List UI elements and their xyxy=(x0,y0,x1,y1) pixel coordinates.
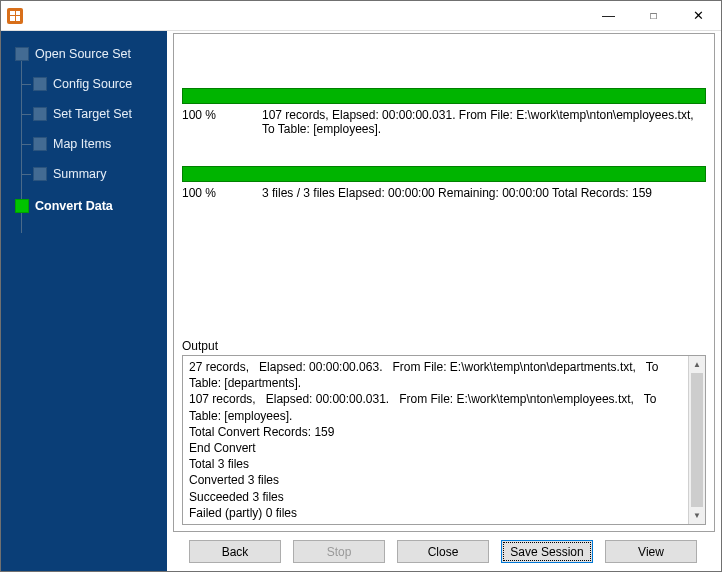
sidebar-item-open-source-set[interactable]: Open Source Set xyxy=(11,41,159,67)
overall-progress-line1: 3 files / 3 files Elapsed: 00:00:00 Rema… xyxy=(262,186,706,200)
scroll-up-icon[interactable]: ▲ xyxy=(689,356,705,373)
file-progress-section: 100 % 107 records, Elapsed: 00:00:00.031… xyxy=(182,88,706,136)
output-label: Output xyxy=(182,339,706,353)
titlebar: — □ ✕ xyxy=(1,1,721,31)
file-progress-line1: 107 records, Elapsed: 00:00:00.031. From… xyxy=(262,108,694,122)
overall-progress-section: 100 % 3 files / 3 files Elapsed: 00:00:0… xyxy=(182,166,706,200)
file-progress-percent: 100 % xyxy=(182,108,262,136)
sidebar-item-label: Map Items xyxy=(53,137,111,151)
sidebar-item-label: Summary xyxy=(53,167,106,181)
stop-button: Stop xyxy=(293,540,385,563)
back-button[interactable]: Back xyxy=(189,540,281,563)
save-session-button[interactable]: Save Session xyxy=(501,540,593,563)
main-panel: 100 % 107 records, Elapsed: 00:00:00.031… xyxy=(167,31,721,571)
sidebar-item-label: Config Source xyxy=(53,77,132,91)
output-box: 27 records, Elapsed: 00:00:00.063. From … xyxy=(182,355,706,525)
app-icon xyxy=(7,8,23,24)
scroll-down-icon[interactable]: ▼ xyxy=(689,507,705,524)
app-window: — □ ✕ Open Source Set Config Source Set … xyxy=(0,0,722,572)
sidebar-item-label: Set Target Set xyxy=(53,107,132,121)
view-button[interactable]: View xyxy=(605,540,697,563)
sidebar-item-set-target-set[interactable]: Set Target Set xyxy=(11,101,159,127)
maximize-button[interactable]: □ xyxy=(631,1,676,30)
output-scrollbar[interactable]: ▲ ▼ xyxy=(688,356,705,524)
close-window-button[interactable]: ✕ xyxy=(676,1,721,30)
overall-progress-percent: 100 % xyxy=(182,186,262,200)
scroll-thumb[interactable] xyxy=(691,373,703,507)
content-area: 100 % 107 records, Elapsed: 00:00:00.031… xyxy=(173,33,715,532)
output-text[interactable]: 27 records, Elapsed: 00:00:00.063. From … xyxy=(183,356,688,524)
sidebar-item-label: Convert Data xyxy=(35,199,113,213)
file-progress-bar xyxy=(182,88,706,104)
close-button[interactable]: Close xyxy=(397,540,489,563)
button-bar: Back Stop Close Save Session View xyxy=(173,532,715,565)
minimize-button[interactable]: — xyxy=(586,1,631,30)
sidebar-item-map-items[interactable]: Map Items xyxy=(11,131,159,157)
sidebar-item-label: Open Source Set xyxy=(35,47,131,61)
sidebar-item-config-source[interactable]: Config Source xyxy=(11,71,159,97)
wizard-sidebar: Open Source Set Config Source Set Target… xyxy=(1,31,167,571)
sidebar-item-summary[interactable]: Summary xyxy=(11,161,159,187)
file-progress-line2: To Table: [employees]. xyxy=(262,122,381,136)
overall-progress-bar xyxy=(182,166,706,182)
sidebar-item-convert-data[interactable]: Convert Data xyxy=(11,193,159,219)
